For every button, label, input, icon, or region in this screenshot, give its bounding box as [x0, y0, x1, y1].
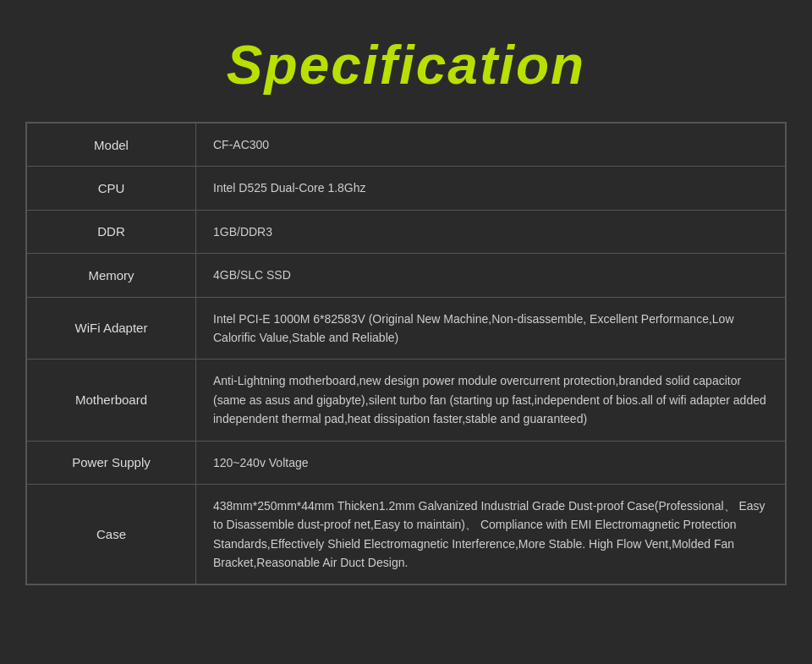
spec-table-wrapper: ModelCF-AC300CPUIntel D525 Dual-Core 1.8… [25, 122, 787, 585]
row-label: Model [27, 123, 196, 167]
row-value: Anti-Lightning motherboard,new design po… [196, 359, 786, 441]
table-row: WiFi AdapterIntel PCI-E 1000M 6*82583V (… [27, 297, 786, 359]
row-label: Power Supply [27, 441, 196, 484]
row-value: CF-AC300 [196, 123, 786, 167]
row-label: Motherboard [27, 359, 196, 441]
table-row: ModelCF-AC300 [27, 123, 786, 167]
row-value: Intel PCI-E 1000M 6*82583V (Original New… [196, 297, 786, 359]
row-value: 4GB/SLC SSD [196, 254, 786, 297]
row-label: Case [27, 484, 196, 584]
page-container: Specification ModelCF-AC300CPUIntel D525… [0, 0, 812, 664]
row-value: 120~240v Voltage [196, 441, 786, 484]
table-row: Case438mm*250mm*44mm Thicken1.2mm Galvan… [27, 484, 786, 584]
row-value: 438mm*250mm*44mm Thicken1.2mm Galvanized… [196, 484, 786, 584]
table-row: Memory4GB/SLC SSD [27, 254, 786, 297]
row-label: Memory [27, 254, 196, 297]
row-value: Intel D525 Dual-Core 1.8Ghz [196, 167, 786, 210]
table-row: MotherboardAnti-Lightning motherboard,ne… [27, 359, 786, 441]
row-label: CPU [27, 167, 196, 210]
table-row: DDR1GB/DDR3 [27, 210, 786, 253]
row-value: 1GB/DDR3 [196, 210, 786, 253]
row-label: WiFi Adapter [27, 297, 196, 359]
spec-table: ModelCF-AC300CPUIntel D525 Dual-Core 1.8… [26, 123, 786, 584]
table-row: Power Supply120~240v Voltage [27, 441, 786, 484]
page-title: Specification [25, 17, 787, 122]
row-label: DDR [27, 210, 196, 253]
table-row: CPUIntel D525 Dual-Core 1.8Ghz [27, 167, 786, 210]
